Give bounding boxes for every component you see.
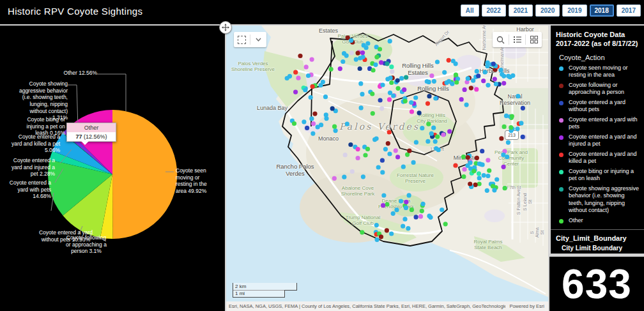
select-tool-button[interactable] <box>234 32 250 47</box>
map-label: Estates <box>319 27 338 34</box>
highway-shield: 213 <box>505 130 519 140</box>
legend-item-label: Coyote entered a yard and injured a pet <box>569 133 640 148</box>
legend-item: Other <box>551 216 644 226</box>
legend-dot-icon <box>559 66 564 71</box>
legend-title: Historic Coyote Data 2017-2022 (as of 8/… <box>551 26 644 50</box>
legend-item: Coyote following or approaching a person <box>551 80 644 98</box>
legend-item: Coyote entered a yard and killed a pet <box>551 149 644 167</box>
map-label: W 7th St <box>504 185 521 190</box>
tool-dropdown-button[interactable] <box>250 32 266 47</box>
map-label: Palos Verdes Golf Club <box>337 33 367 45</box>
legend-item-label: Coyote biting or injuring a pet on leash <box>569 168 640 183</box>
search-button[interactable] <box>493 32 509 47</box>
pie-slice[interactable] <box>112 110 177 239</box>
map-label: Airport Dr <box>434 29 450 47</box>
legend-dot-icon <box>559 135 564 140</box>
move-widget-button[interactable] <box>219 21 232 34</box>
map-label: Forrestal Nature Preserve <box>397 172 434 184</box>
attribution-bar: Esri, NASA, NGA, USGS, FEMA | County of … <box>226 301 548 311</box>
year-filter-2021[interactable]: 2021 <box>509 4 533 17</box>
legend-item-label: Coyote entered a yard with pets <box>569 116 640 131</box>
legend-list-icon <box>513 35 522 44</box>
legend-dot-icon <box>559 187 564 192</box>
map-label: Peck Park and Community Center <box>493 149 530 167</box>
dashboard: Historic RPV Coyote Sightings All2022202… <box>0 0 644 311</box>
tooltip-count: 77 <box>75 133 82 140</box>
powered-by-esri: Powered by Esri <box>505 303 548 309</box>
map-label: S Leland St <box>523 192 533 212</box>
map-label: Miraleste <box>454 155 477 161</box>
legend-item: Coyote biting or injuring a pet on leash <box>551 167 644 184</box>
year-filter-2020[interactable]: 2020 <box>535 4 560 17</box>
search-icon <box>496 35 505 45</box>
map-label: Narbonne Ave <box>482 26 487 50</box>
legend-item: Coyote entered a yard and injured a pet <box>551 132 644 149</box>
tooltip-pointer <box>81 141 89 145</box>
pie-chart-panel: Coyote seen moving or resting in the are… <box>0 26 225 311</box>
legend-dot-icon <box>559 219 564 224</box>
map-label: Palos Verdes <box>339 121 420 132</box>
map-label: Royal Palms State Beach <box>474 239 503 250</box>
legend-panel: Historic Coyote Data 2017-2022 (as of 8/… <box>549 26 644 254</box>
pie-chart[interactable] <box>0 26 225 311</box>
attribution-text: Esri, NASA, NGA, USGS, FEMA | County of … <box>226 303 505 309</box>
map-label: S Patton Ave <box>516 189 521 215</box>
map-label: Monaco <box>318 135 339 142</box>
legend-item: Coyote entered a yard with pets <box>551 115 644 132</box>
total-count-panel: 633 <box>549 257 644 311</box>
tooltip-value: 77 (12.56%) <box>67 132 116 141</box>
legend-item: Coyote seen moving or resting in the are… <box>551 63 644 80</box>
map-labels-layer: EstatesHarbor CityPalos Verdes Golf Club… <box>226 26 548 311</box>
map-tools-control <box>493 32 542 47</box>
map-label: S Alma St <box>530 227 545 238</box>
header-bar: Historic RPV Coyote Sightings All2022202… <box>0 0 644 24</box>
chart-tooltip: Other 77 (12.56%) <box>66 123 116 142</box>
map-label: Abalone Cove Shoreline Park <box>341 185 374 197</box>
chevron-down-icon <box>256 38 261 42</box>
year-filter-2017[interactable]: 2017 <box>617 4 641 17</box>
legend-dot-icon <box>559 84 564 88</box>
boundary-legend-item: City Limit Boundary <box>562 245 644 252</box>
map-label: Eshelman Ave <box>500 43 505 72</box>
legend-item-label: Coyote seen moving or resting in the are… <box>569 64 640 79</box>
map-label: Trump National Golf Club <box>346 215 380 226</box>
year-filter-2018[interactable]: 2018 <box>590 4 614 17</box>
map-label: Rolling Hills <box>417 86 449 93</box>
map-label: Rancho Palos Verdes <box>276 163 314 178</box>
legend-item-label: Coyote showing aggressive behavior (i.e.… <box>569 185 640 215</box>
legend-layer-name: Coyote_Action <box>559 54 644 61</box>
legend-button[interactable] <box>509 32 525 47</box>
dashed-square-icon <box>238 36 246 44</box>
scale-mi: 1 mi <box>233 290 285 298</box>
legend-dot-icon <box>559 153 564 157</box>
legend-dot-icon <box>559 170 564 174</box>
map-label: 1370 ft <box>430 147 443 152</box>
year-filter-2019[interactable]: 2019 <box>562 4 586 17</box>
year-filter-all[interactable]: All <box>461 4 479 17</box>
legend-item-label: Other <box>569 217 583 225</box>
legend-item-label: Coyote following or approaching a person <box>569 82 640 96</box>
tooltip-title: Other <box>67 123 116 132</box>
boundary-layer-name: City_Limit_Boundary <box>551 230 644 245</box>
map-label: Rolling Hills City Parkland <box>417 112 447 124</box>
map-label: Naval Reservation <box>500 93 530 107</box>
tooltip-percent: (12.56%) <box>84 133 107 140</box>
basemap-gallery-button[interactable] <box>526 32 542 47</box>
page-title: Historic RPV Coyote Sightings <box>8 6 142 17</box>
legend-items: Coyote seen moving or resting in the are… <box>551 63 644 226</box>
legend-item: Coyote showing aggressive behavior (i.e.… <box>551 184 644 216</box>
legend-item-label: Coyote entered a yard and killed a pet <box>569 151 640 165</box>
total-sightings-count: 633 <box>562 261 632 308</box>
map-label: Lunada Bay <box>257 105 288 111</box>
move-icon <box>222 24 229 31</box>
legend-dot-icon <box>559 101 564 105</box>
legend-item: Coyote entered a yard without pets <box>551 98 644 115</box>
year-filter-group: All202220212020201920182017 <box>461 4 641 17</box>
map-panel[interactable]: EstatesHarbor CityPalos Verdes Golf Club… <box>226 26 548 311</box>
year-filter-2022[interactable]: 2022 <box>482 4 506 17</box>
legend-item-label: Coyote entered a yard without pets <box>569 99 640 114</box>
layers-grid-icon <box>530 35 539 44</box>
basemap-control <box>234 32 266 47</box>
map-label: Palos Verdes Shoreline Preserve <box>231 61 275 72</box>
legend-dot-icon <box>559 118 564 123</box>
